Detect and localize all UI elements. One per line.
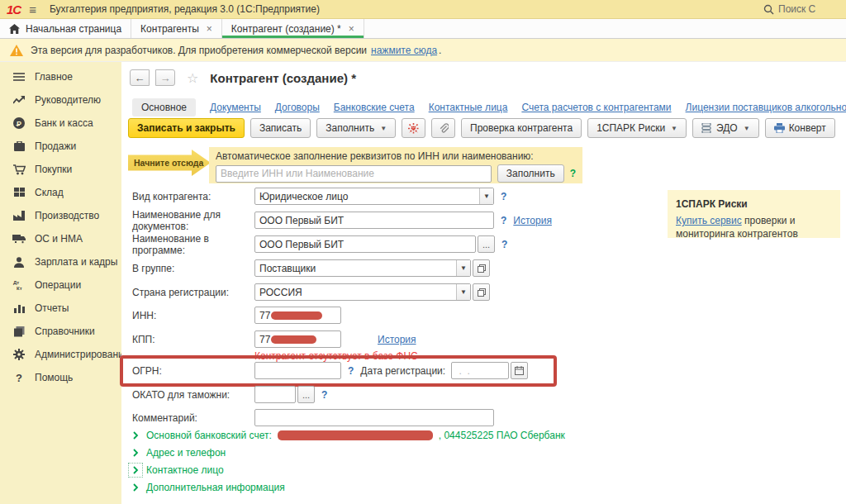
gear-icon: [12, 348, 26, 361]
nav-alcohol-licenses[interactable]: Лицензии поставщиков алкогольной продукц…: [686, 102, 846, 113]
fill-dropdown-button[interactable]: Заполнить▼: [316, 118, 396, 138]
country-value: РОССИЯ: [255, 284, 456, 300]
ogrn-input[interactable]: [254, 362, 341, 379]
check-counterparty-button[interactable]: Проверка контрагента: [461, 118, 582, 138]
autofill-fill-button[interactable]: Заполнить: [497, 164, 564, 183]
nav-contact-persons[interactable]: Контактные лица: [429, 102, 508, 113]
svg-text:Кт: Кт: [17, 286, 22, 291]
open-icon: [478, 288, 486, 297]
save-button[interactable]: Записать: [250, 118, 311, 138]
group-select[interactable]: Поставщики ▼: [254, 259, 471, 277]
etp-starburst-button[interactable]: [402, 118, 425, 138]
okato-help-link[interactable]: ?: [321, 389, 327, 401]
sidebar-label: Руководителю: [35, 94, 101, 106]
forward-button[interactable]: →: [155, 69, 175, 86]
kpp-input[interactable]: 77: [254, 330, 341, 348]
section-bank-account[interactable]: Основной банковский счет: , 044525225 ПА…: [131, 429, 565, 442]
svg-text:Р: Р: [17, 120, 21, 128]
global-search[interactable]: Поиск C: [763, 3, 839, 15]
nav-dokumenty[interactable]: Документы: [210, 102, 261, 113]
nav-bank-accounts[interactable]: Банковские счета: [334, 102, 415, 113]
inn-input[interactable]: 77: [254, 307, 341, 324]
spark-label: 1СПАРК Риски: [596, 122, 665, 134]
sidebar-item-spravochniki[interactable]: Справочники: [0, 320, 121, 343]
open-button[interactable]: [473, 259, 490, 277]
row-name-docs: Наименование для документов: ООО Первый …: [132, 212, 552, 229]
inn-search-input[interactable]: [216, 165, 492, 183]
envelope-label: Конверт: [789, 122, 826, 134]
sidebar-item-prodazhi[interactable]: Продажи: [0, 135, 121, 158]
nav-dogovory[interactable]: Договоры: [275, 102, 320, 113]
name-program-input[interactable]: ООО Первый БИТ: [254, 235, 476, 253]
tab-kontragent-create[interactable]: Контрагент (создание) * ×: [222, 19, 364, 38]
section-additional-info[interactable]: Дополнительная информация: [131, 481, 285, 494]
kpp-history-link[interactable]: История: [378, 334, 416, 345]
name-docs-label: Наименование для документов:: [132, 209, 254, 232]
form-title: Контрагент (создание) *: [210, 71, 356, 85]
sidebar-item-bank-kassa[interactable]: Р Банк и касса: [0, 112, 121, 135]
kind-select[interactable]: Юридическое лицо ▼: [254, 188, 494, 205]
spark-risks-button[interactable]: 1СПАРК Риски▼: [587, 118, 687, 138]
sidebar-item-rukovoditelyu[interactable]: Руководителю: [0, 88, 121, 112]
open-button[interactable]: [473, 283, 490, 301]
home-icon: [9, 24, 20, 34]
sidebar-item-administrirovanie[interactable]: Администрирование: [0, 343, 121, 366]
buy-commercial-link[interactable]: нажмите сюда: [371, 45, 437, 56]
section-contact-person[interactable]: Контактное лицо: [131, 464, 224, 477]
save-close-button[interactable]: Записать и закрыть: [128, 118, 245, 138]
close-icon[interactable]: ×: [349, 23, 354, 35]
nav-osnovnoe[interactable]: Основное: [132, 98, 196, 116]
ellipsis-button[interactable]: ...: [478, 235, 495, 253]
country-select[interactable]: РОССИЯ ▼: [254, 283, 471, 301]
reg-date-input[interactable]: [451, 362, 509, 379]
back-button[interactable]: ←: [130, 69, 150, 86]
search-icon: [763, 4, 774, 15]
comment-input[interactable]: [254, 409, 494, 426]
kind-help-link[interactable]: ?: [501, 191, 506, 202]
sidebar-item-operacii[interactable]: ДтКт Операции: [0, 273, 121, 297]
edo-button[interactable]: ЭДО▼: [692, 118, 759, 138]
chevron-down-icon[interactable]: ▼: [456, 284, 470, 300]
name-docs-help-link[interactable]: ?: [501, 215, 506, 226]
sidebar-item-pomosch[interactable]: ? Помощь: [0, 366, 121, 389]
country-label: Страна регистрации:: [132, 287, 254, 298]
sidebar-item-glavnoe[interactable]: Главное: [0, 65, 121, 88]
favorite-star-icon[interactable]: ☆: [187, 70, 198, 86]
autofill-help-link[interactable]: ?: [570, 168, 576, 179]
chevron-down-icon[interactable]: ▼: [456, 260, 470, 276]
tab-kontragenty[interactable]: Контрагенты ×: [131, 19, 222, 38]
sidebar-item-zarplata-kadry[interactable]: Зарплата и кадры: [0, 250, 121, 273]
buy-service-link[interactable]: Купить сервис: [676, 215, 742, 226]
section-address-phone[interactable]: Адрес и телефон: [131, 446, 226, 459]
sidebar-item-pokupki[interactable]: Покупки: [0, 158, 121, 181]
nav-settlement-accounts[interactable]: Счета расчетов с контрагентами: [521, 102, 671, 113]
briefcase-icon: [12, 140, 26, 153]
chevron-right-icon: [131, 430, 140, 440]
chevron-down-icon[interactable]: ▼: [479, 188, 493, 204]
envelope-button[interactable]: Конверт: [765, 118, 835, 138]
svg-text:Дт: Дт: [13, 280, 19, 285]
sidebar-item-sklad[interactable]: Склад: [0, 181, 121, 204]
row-ogrn: ОГРН: ? Дата регистрации:: [132, 362, 528, 379]
warning-period: .: [439, 45, 441, 56]
tab-home[interactable]: Начальная страница: [0, 19, 131, 38]
okato-input[interactable]: [254, 386, 296, 403]
name-program-help-link[interactable]: ?: [501, 239, 507, 250]
calendar-icon: [515, 366, 524, 375]
calendar-button[interactable]: [511, 362, 528, 379]
ellipsis-button[interactable]: ...: [297, 386, 315, 403]
ogrn-help-link[interactable]: ?: [348, 365, 354, 377]
tab-label: Контрагент (создание) *: [231, 23, 341, 35]
name-docs-history-link[interactable]: История: [513, 215, 552, 226]
main-menu-icon[interactable]: ≡: [29, 2, 36, 17]
row-country: Страна регистрации: РОССИЯ ▼: [132, 283, 490, 301]
sidebar-item-proizvodstvo[interactable]: Производство: [0, 204, 121, 227]
close-icon[interactable]: ×: [207, 23, 212, 35]
sidebar-item-otchety[interactable]: Отчеты: [0, 297, 121, 320]
attach-button[interactable]: [431, 118, 455, 138]
sidebar-item-os-nma[interactable]: ОС и НМА: [0, 227, 121, 250]
chevron-right-icon: [131, 448, 140, 458]
sidebar-label: Операции: [35, 279, 81, 291]
name-docs-input[interactable]: ООО Первый БИТ: [254, 212, 494, 229]
person-icon: [12, 255, 26, 269]
